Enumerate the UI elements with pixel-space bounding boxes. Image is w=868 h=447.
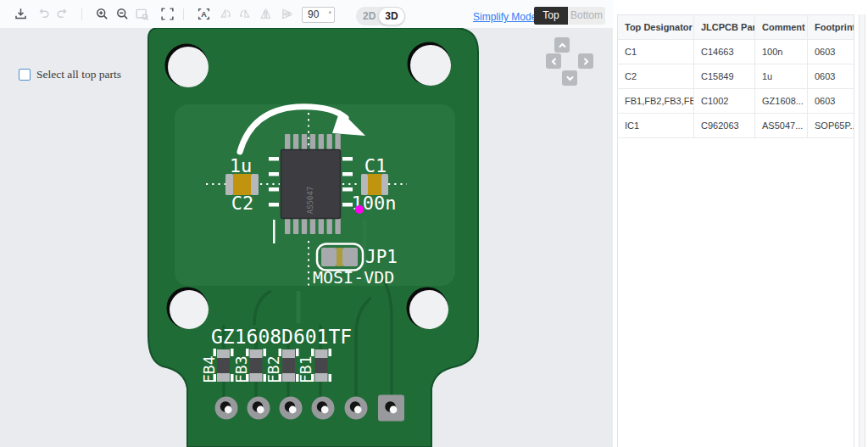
pcb-canvas[interactable]: AS5047 bbox=[0, 28, 613, 447]
zoom-out-icon bbox=[115, 7, 130, 21]
silk-c2-ref: C2 bbox=[231, 193, 254, 214]
flip-vertical-icon bbox=[280, 7, 294, 21]
board-side-toggle: Top Bottom bbox=[534, 7, 605, 25]
chevron-up-icon bbox=[558, 41, 567, 50]
undo-icon bbox=[36, 7, 51, 21]
ic-marking-text: AS5047 bbox=[306, 187, 314, 215]
table-header-row: Top Designator JLCPCB Part # Comment Foo… bbox=[618, 15, 854, 40]
redo-button[interactable] bbox=[55, 7, 70, 21]
toolbar-divider bbox=[183, 8, 184, 20]
cell-footprint: SOP65P... bbox=[808, 114, 854, 138]
rotation-angle-input[interactable]: 90 ° bbox=[302, 7, 335, 23]
table-row-c1[interactable]: C1 C14663 100n 0603 bbox=[618, 40, 854, 64]
toolbar-divider bbox=[81, 8, 82, 20]
silk-bead-part: GZ1608D601TF bbox=[211, 326, 352, 348]
undo-button[interactable] bbox=[36, 7, 51, 21]
rotate-ccw-icon bbox=[218, 7, 232, 21]
cell-designator: C1 bbox=[618, 40, 694, 64]
select-all-label: Select all top parts bbox=[36, 68, 121, 81]
header-top-designator: Top Designator bbox=[618, 15, 694, 40]
simplify-model-link[interactable]: Simplify Model bbox=[473, 11, 539, 23]
select-all-parts-icon: A bbox=[197, 7, 211, 21]
zoom-in-button[interactable] bbox=[95, 7, 109, 21]
zoom-window-button[interactable] bbox=[135, 7, 149, 21]
table-row-c2[interactable]: C2 C15849 1u 0603 bbox=[618, 64, 854, 89]
pan-right-button[interactable] bbox=[578, 53, 593, 69]
table-row-ic1[interactable]: IC1 C962063 AS5047... SOP65P... bbox=[618, 114, 854, 138]
pan-left-button[interactable] bbox=[546, 53, 561, 69]
cell-designator: C2 bbox=[618, 64, 694, 89]
cell-comment: 1u bbox=[755, 64, 808, 89]
chevron-left-icon bbox=[549, 57, 559, 66]
cell-comment: 100n bbox=[755, 40, 808, 64]
select-all-parts-button[interactable]: A bbox=[197, 7, 211, 21]
component-jp1[interactable] bbox=[317, 244, 363, 271]
fit-view-button[interactable] bbox=[160, 7, 175, 21]
silk-jp1-ref: JP1 bbox=[365, 247, 398, 267]
degree-symbol: ° bbox=[328, 8, 331, 22]
zoom-in-icon bbox=[95, 7, 109, 21]
silk-c2-value: 1u bbox=[230, 155, 253, 176]
rotate-cw-icon bbox=[238, 7, 253, 21]
header-footprint: Footprint bbox=[808, 15, 854, 40]
cell-part-number: C962063 bbox=[694, 114, 755, 138]
cell-part-number: C15849 bbox=[694, 64, 755, 89]
header-jlcpcb-part: JLCPCB Part # bbox=[694, 15, 755, 40]
cell-footprint: 0603 bbox=[808, 89, 854, 114]
flip-horizontal-icon bbox=[259, 7, 273, 21]
toolbar: A 90 ° 2D 3D Simplify Model bbox=[0, 0, 613, 28]
cell-footprint: 0603 bbox=[808, 40, 854, 64]
top-side-button[interactable]: Top bbox=[534, 7, 568, 25]
chevron-right-icon bbox=[581, 57, 591, 66]
table-row-fb[interactable]: FB1,FB2,FB3,FB4 C1002 GZ1608... 0603 bbox=[618, 89, 854, 114]
parts-table: Top Designator JLCPCB Part # Comment Foo… bbox=[617, 14, 854, 447]
zoom-window-icon bbox=[135, 7, 149, 21]
cell-comment: AS5047... bbox=[755, 114, 808, 138]
table-scrollbar[interactable] bbox=[859, 14, 865, 447]
cell-footprint: 0603 bbox=[808, 64, 854, 89]
flip-horizontal-button[interactable] bbox=[259, 7, 273, 21]
view-mode-2d[interactable]: 2D bbox=[363, 10, 376, 22]
bottom-side-button[interactable]: Bottom bbox=[568, 7, 605, 25]
rotate-ccw-button[interactable] bbox=[218, 7, 232, 21]
cell-comment: GZ1608... bbox=[755, 89, 808, 114]
download-button[interactable] bbox=[14, 7, 28, 21]
cell-designator: FB1,FB2,FB3,FB4 bbox=[618, 89, 694, 114]
cell-part-number: C14663 bbox=[694, 40, 755, 64]
header-comment: Comment bbox=[755, 15, 808, 40]
cell-designator: IC1 bbox=[618, 114, 694, 138]
pan-down-button[interactable] bbox=[562, 70, 577, 86]
view-mode-toggle[interactable]: 2D 3D bbox=[356, 7, 405, 25]
select-all-checkbox[interactable] bbox=[19, 69, 31, 81]
pan-up-button[interactable] bbox=[554, 37, 570, 53]
pin-highlight-dot bbox=[355, 205, 364, 214]
silk-jp1-net: MOSI-VDD bbox=[313, 267, 394, 288]
svg-text:A: A bbox=[201, 10, 207, 19]
chevron-down-icon bbox=[565, 74, 575, 83]
flip-vertical-button[interactable] bbox=[280, 7, 294, 21]
parts-panel: Top Designator JLCPCB Part # Comment Foo… bbox=[613, 0, 868, 447]
silk-c1-ref: C1 bbox=[364, 155, 387, 176]
cell-part-number: C1002 bbox=[694, 89, 755, 114]
view-mode-3d[interactable]: 3D bbox=[378, 7, 405, 25]
pcb-3d-view[interactable]: AS5047 bbox=[0, 28, 613, 447]
redo-icon bbox=[55, 7, 70, 21]
zoom-out-button[interactable] bbox=[115, 7, 130, 21]
download-icon bbox=[14, 7, 28, 21]
fit-view-icon bbox=[160, 7, 175, 21]
rotate-cw-button[interactable] bbox=[238, 7, 253, 21]
select-all-top-parts: Select all top parts bbox=[19, 68, 121, 81]
rotation-angle-value: 90 bbox=[308, 8, 319, 20]
